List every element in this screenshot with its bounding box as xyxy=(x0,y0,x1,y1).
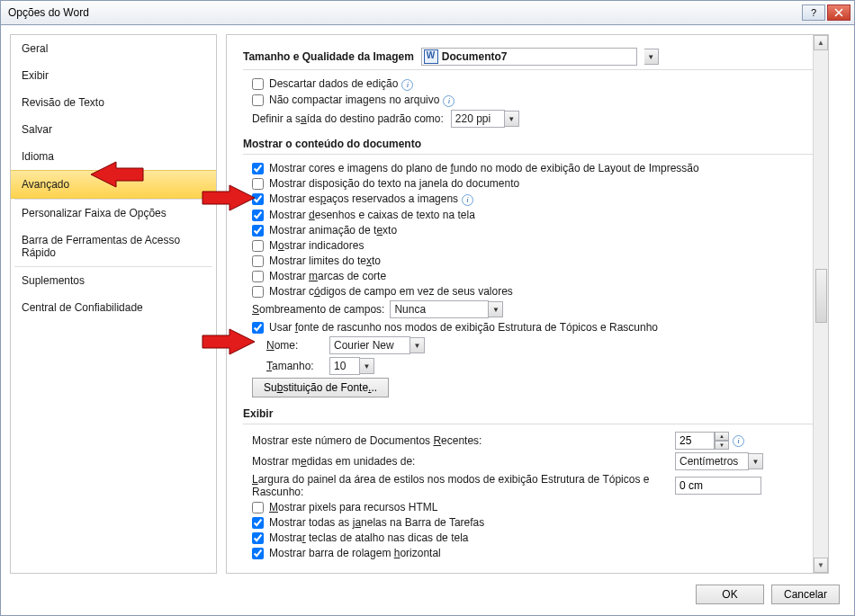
row-dest-output: Definir a saída do destino padrão como: … xyxy=(252,110,817,128)
font-substitution-button[interactable]: Substituição de Fonte... xyxy=(252,378,389,397)
input-recent-docs[interactable] xyxy=(675,432,715,450)
cancel-label: Cancelar xyxy=(784,588,827,601)
checkbox-discard-edit[interactable] xyxy=(252,78,264,90)
select-field-shading[interactable]: Nunca xyxy=(390,300,489,318)
ok-button[interactable]: OK xyxy=(696,585,764,604)
sidebar-label: Suplementos xyxy=(22,274,85,287)
row-no-compress: Não compactar imagens no arquivoi xyxy=(252,94,817,107)
section-title-label: Tamanho e Qualidade da Imagem xyxy=(243,50,414,63)
select-value: 10 xyxy=(334,360,346,372)
scroll-thumb[interactable] xyxy=(815,269,827,323)
sidebar-label: Exibir xyxy=(22,69,49,82)
sidebar-label: Avançado xyxy=(22,178,69,191)
info-icon[interactable]: i xyxy=(462,194,473,206)
label-show-pixels: Mostrar pixels para recursos HTML xyxy=(269,501,437,513)
select-font-name-dropdown[interactable]: ▼ xyxy=(410,337,425,353)
sidebar-item-trust-center[interactable]: Central de Confiabilidade xyxy=(11,294,216,321)
select-font-size-dropdown[interactable]: ▼ xyxy=(360,358,374,374)
sidebar-item-addins[interactable]: Suplementos xyxy=(11,267,216,294)
section-title-label: Mostrar o conteúdo do documento xyxy=(243,138,421,150)
scrollbar-vertical[interactable]: ▲ ▼ xyxy=(813,35,828,573)
document-selector-value: Documento7 xyxy=(442,50,508,63)
checkbox-show-pixels[interactable] xyxy=(252,502,264,513)
select-dest-output-dropdown[interactable]: ▼ xyxy=(505,111,519,127)
checkbox-draft-font[interactable] xyxy=(252,322,264,334)
sidebar-label: Personalizar Faixa de Opções xyxy=(22,207,166,219)
label-dest-output: Definir a saída do destino padrão como: xyxy=(252,112,444,125)
label-show-textani: Mostrar animação de texto xyxy=(269,224,397,237)
titlebar: Opções do Word ? xyxy=(0,0,855,25)
scroll-down-button[interactable]: ▼ xyxy=(814,558,828,573)
window-title: Opções do Word xyxy=(8,6,800,19)
checkbox-show-wrap[interactable] xyxy=(252,178,264,190)
label-font-size: Tamanho: xyxy=(266,360,329,372)
sidebar: Geral Exibir Revisão de Texto Salvar Idi… xyxy=(10,34,217,574)
section-image-quality: Tamanho e Qualidade da Imagem Documento7… xyxy=(243,40,817,70)
spinner-up[interactable]: ▲ xyxy=(715,432,729,441)
label-font-name: Nome: xyxy=(266,339,329,352)
checkbox-show-taskbar[interactable] xyxy=(252,517,264,529)
row-discard-edit: Descartar dados de ediçãoi xyxy=(252,77,817,91)
checkbox-show-bg[interactable] xyxy=(252,163,264,174)
select-font-size[interactable]: 10 xyxy=(329,357,360,375)
row-style-pane: Largura do painel da área de estilos nos… xyxy=(252,473,817,498)
checkbox-no-compress[interactable] xyxy=(252,94,264,106)
sidebar-label: Barra de Ferramentas de Acesso Rápido xyxy=(22,234,180,259)
sidebar-item-qat[interactable]: Barra de Ferramentas de Acesso Rápido xyxy=(11,227,216,266)
checkbox-show-fieldcodes[interactable] xyxy=(252,286,264,298)
sidebar-item-advanced[interactable]: Avançado xyxy=(11,170,216,199)
select-units-dropdown[interactable]: ▼ xyxy=(749,453,763,469)
help-button[interactable]: ? xyxy=(802,4,825,21)
checkbox-show-shortcuts[interactable] xyxy=(252,532,264,544)
info-icon[interactable]: i xyxy=(401,79,413,91)
label-show-shortcuts: Mostrar teclas de atalho nas dicas de te… xyxy=(269,531,468,544)
label-units: Mostrar medidas em unidades de: xyxy=(252,455,675,468)
label-show-hscroll: Mostrar barra de rolagem horizontal xyxy=(269,547,441,559)
select-field-shading-dropdown[interactable]: ▼ xyxy=(489,301,503,317)
section-display: Exibir xyxy=(243,400,817,424)
checkbox-show-textlimits[interactable] xyxy=(252,255,264,267)
spinner-down[interactable]: ▼ xyxy=(715,441,729,450)
sidebar-label: Geral xyxy=(22,42,48,55)
dialog-body: Geral Exibir Revisão de Texto Salvar Idi… xyxy=(0,25,855,616)
select-dest-output[interactable]: 220 ppi xyxy=(451,110,505,128)
label-recent-docs: Mostrar este número de Documentos Recent… xyxy=(252,434,675,447)
sidebar-item-display[interactable]: Exibir xyxy=(11,62,216,89)
cancel-button[interactable]: Cancelar xyxy=(771,585,840,604)
sidebar-item-save[interactable]: Salvar xyxy=(11,116,216,143)
sidebar-item-proofing[interactable]: Revisão de Texto xyxy=(11,89,216,116)
checkbox-show-drawings[interactable] xyxy=(252,210,264,221)
label-discard-edit: Descartar dados de ediçãoi xyxy=(269,77,413,91)
checkbox-show-textani[interactable] xyxy=(252,225,264,237)
checkbox-show-placeholders[interactable] xyxy=(252,193,264,205)
close-button[interactable] xyxy=(827,4,850,21)
main-panel: Tamanho e Qualidade da Imagem Documento7… xyxy=(226,34,829,574)
select-font-name[interactable]: Courier New xyxy=(329,336,410,354)
document-selector-dropdown[interactable]: ▼ xyxy=(644,49,659,65)
checkbox-show-indicators[interactable] xyxy=(252,240,264,252)
sidebar-item-language[interactable]: Idioma xyxy=(11,143,216,170)
input-style-pane-width[interactable] xyxy=(675,477,761,495)
select-value: Nunca xyxy=(394,303,426,316)
scroll-up-button[interactable]: ▲ xyxy=(814,35,828,50)
label-draft-font: Usar fonte de rascunho nos modos de exib… xyxy=(269,321,658,334)
label-show-bg: Mostrar cores e imagens do plano de fund… xyxy=(269,162,699,174)
checkbox-show-hscroll[interactable] xyxy=(252,548,264,559)
label-show-indicators: Mostrar indicadores xyxy=(269,239,364,252)
label-show-taskbar: Mostrar todas as janelas na Barra de Tar… xyxy=(269,516,484,529)
info-icon[interactable]: i xyxy=(733,435,744,447)
sidebar-label: Central de Confiabilidade xyxy=(22,301,143,314)
row-field-shading: Sombreamento de campos: Nunca ▼ xyxy=(252,300,817,318)
sidebar-item-general[interactable]: Geral xyxy=(11,35,216,62)
sidebar-label: Idioma xyxy=(22,150,54,163)
select-units[interactable]: Centímetros xyxy=(675,452,749,470)
row-recent-docs: Mostrar este número de Documentos Recent… xyxy=(252,432,817,450)
select-value: 220 ppi xyxy=(455,112,490,125)
checkbox-show-cropmarks[interactable] xyxy=(252,271,264,282)
label-no-compress: Não compactar imagens no arquivoi xyxy=(269,94,454,107)
document-selector[interactable]: Documento7 xyxy=(421,48,637,66)
sidebar-item-customize-ribbon[interactable]: Personalizar Faixa de Opções xyxy=(11,200,216,227)
ok-label: OK xyxy=(722,588,737,601)
label-show-placeholders: Mostrar espaços reservados a imagensi xyxy=(269,192,473,206)
info-icon[interactable]: i xyxy=(443,95,454,107)
